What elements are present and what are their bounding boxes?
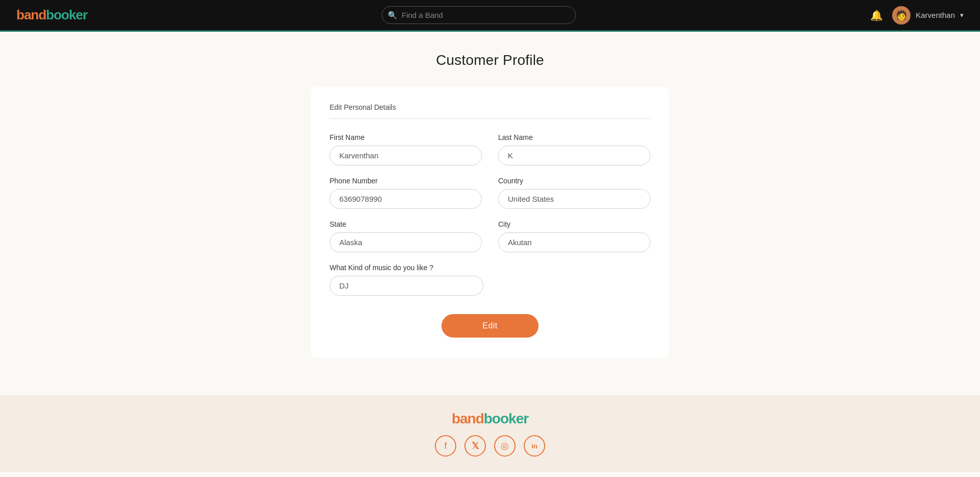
last-name-label: Last Name bbox=[498, 133, 650, 141]
search-container: 🔍 bbox=[382, 6, 576, 24]
bell-icon[interactable]: 🔔 bbox=[870, 9, 883, 21]
music-group: What Kind of music do you like ? bbox=[330, 264, 650, 296]
instagram-symbol: ◎ bbox=[501, 440, 509, 451]
state-input[interactable] bbox=[330, 232, 482, 252]
footer: bandbooker f 𝕏 ◎ in bbox=[0, 395, 980, 472]
phone-group: Phone Number bbox=[330, 177, 482, 209]
user-name: Karventhan bbox=[916, 11, 955, 19]
divider bbox=[330, 118, 650, 119]
phone-input[interactable] bbox=[330, 189, 482, 209]
edit-button[interactable]: Edit bbox=[441, 314, 539, 338]
last-name-input[interactable] bbox=[498, 146, 650, 165]
city-input[interactable] bbox=[498, 232, 650, 252]
name-row: First Name Last Name bbox=[330, 133, 650, 165]
phone-label: Phone Number bbox=[330, 177, 482, 185]
facebook-icon[interactable]: f bbox=[435, 435, 456, 457]
form-card: Edit Personal Details First Name Last Na… bbox=[311, 87, 669, 358]
twitter-letter: 𝕏 bbox=[472, 440, 479, 451]
music-label: What Kind of music do you like ? bbox=[330, 264, 650, 272]
instagram-icon[interactable]: ◎ bbox=[494, 435, 516, 457]
footer-logo: bandbooker bbox=[10, 411, 970, 427]
search-icon: 🔍 bbox=[388, 11, 398, 20]
footer-logo-booker: booker bbox=[484, 411, 528, 426]
navbar-right: 🔔 🧑 Karventhan ▾ bbox=[870, 6, 964, 25]
city-group: City bbox=[498, 220, 650, 252]
country-input[interactable] bbox=[498, 189, 650, 209]
navbar: bandbooker 🔍 🔔 🧑 Karventhan ▾ bbox=[0, 0, 980, 32]
state-city-row: State City bbox=[330, 220, 650, 252]
social-icons: f 𝕏 ◎ in bbox=[10, 435, 970, 457]
first-name-input[interactable] bbox=[330, 146, 482, 165]
first-name-label: First Name bbox=[330, 133, 482, 141]
twitter-icon[interactable]: 𝕏 bbox=[464, 435, 486, 457]
country-label: Country bbox=[498, 177, 650, 185]
state-group: State bbox=[330, 220, 482, 252]
section-label: Edit Personal Details bbox=[330, 103, 650, 111]
linkedin-icon[interactable]: in bbox=[524, 435, 545, 457]
last-name-group: Last Name bbox=[498, 133, 650, 165]
logo-booker: booker bbox=[46, 7, 87, 22]
linkedin-letter: in bbox=[531, 442, 538, 450]
first-name-group: First Name bbox=[330, 133, 482, 165]
logo-band: band bbox=[16, 7, 46, 22]
page-title: Customer Profile bbox=[10, 52, 970, 68]
main-content: Customer Profile Edit Personal Details F… bbox=[0, 32, 980, 395]
search-input[interactable] bbox=[382, 6, 576, 24]
user-menu[interactable]: 🧑 Karventhan ▾ bbox=[892, 6, 964, 25]
country-group: Country bbox=[498, 177, 650, 209]
phone-country-row: Phone Number Country bbox=[330, 177, 650, 209]
city-label: City bbox=[498, 220, 650, 228]
facebook-letter: f bbox=[444, 441, 447, 451]
edit-btn-wrap: Edit bbox=[330, 314, 650, 338]
footer-logo-band: band bbox=[452, 411, 484, 426]
logo[interactable]: bandbooker bbox=[16, 7, 87, 23]
avatar: 🧑 bbox=[892, 6, 911, 25]
state-label: State bbox=[330, 220, 482, 228]
music-input[interactable] bbox=[330, 276, 483, 296]
chevron-down-icon: ▾ bbox=[960, 11, 964, 19]
